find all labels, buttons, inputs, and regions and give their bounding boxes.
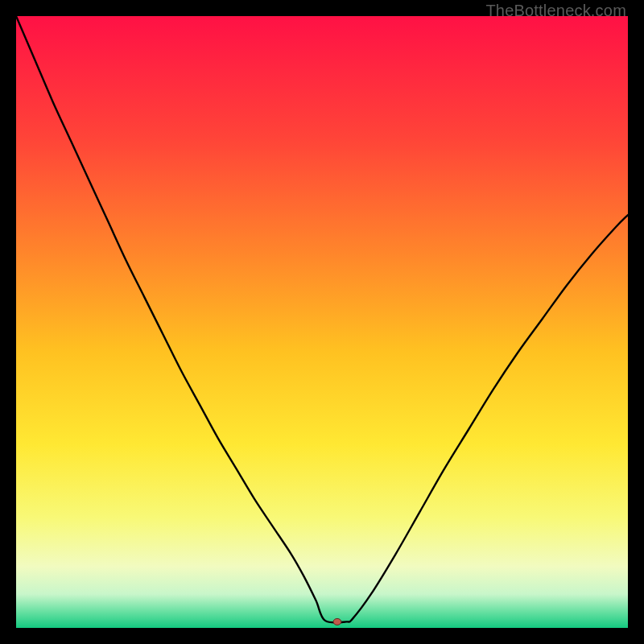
bottleneck-chart-canvas (16, 16, 628, 628)
chart-frame: TheBottleneck.com (0, 0, 644, 644)
plot-area (16, 16, 628, 628)
